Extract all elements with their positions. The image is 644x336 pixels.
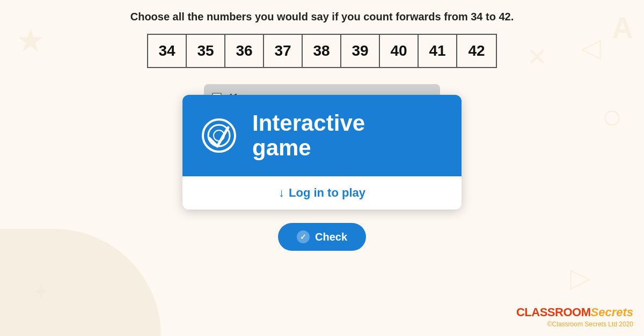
number-cell-35: 35 [187,35,225,67]
question-text: Choose all the numbers you would say if … [130,11,514,23]
number-cell-41: 41 [419,35,457,67]
card-container: 41 Interactive game [182,84,462,251]
overlay-blue-section: Interactive game [182,95,462,176]
number-cell-38: 38 [303,35,341,67]
number-cell-39: 39 [341,35,380,67]
overlay-white-section[interactable]: ↓ Log in to play [182,176,462,210]
brand-secrets: Secrets [590,305,633,319]
brand-logo: CLASSROOM Secrets [516,305,633,319]
brand-classroom: CLASSROOM [516,305,591,319]
number-cell-40: 40 [380,35,419,67]
number-cell-36: 36 [225,35,264,67]
main-content: Choose all the numbers you would say if … [0,0,644,251]
login-text: Log in to play [289,186,365,200]
number-cell-42: 42 [457,35,496,67]
login-arrow-icon: ↓ [279,186,284,200]
triangle-decoration-br: ▷ [570,262,590,293]
check-icon: ✓ [297,230,310,243]
number-grid: 343536373839404142 [147,34,497,68]
number-cell-34: 34 [148,35,187,67]
check-button[interactable]: ✓ Check [278,223,366,251]
check-button-label: Check [315,231,347,243]
number-cell-37: 37 [264,35,303,67]
overlay-title: Interactive game [252,111,365,160]
interactive-overlay: Interactive game ↓ Log in to play [182,95,462,210]
brand-copyright: ©Classroom Secrets Ltd 2020 [516,320,633,328]
target-check-icon [199,114,241,157]
footer: CLASSROOM Secrets ©Classroom Secrets Ltd… [516,305,633,328]
